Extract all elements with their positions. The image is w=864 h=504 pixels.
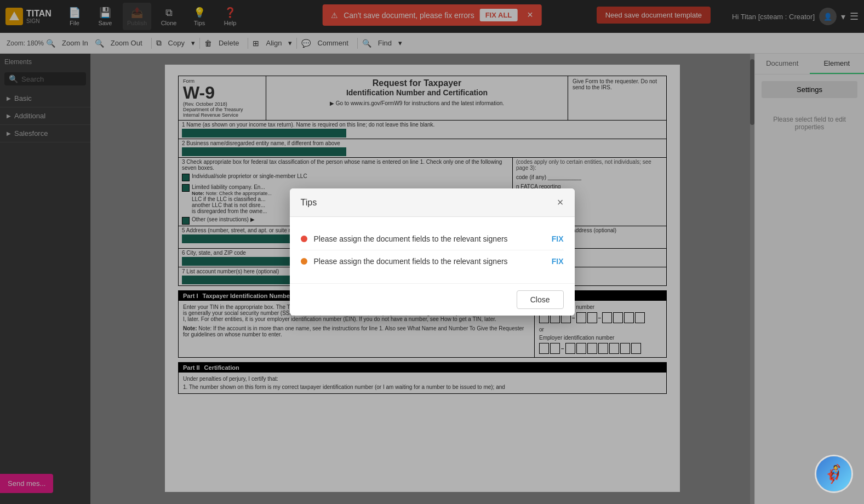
- tips-modal: Tips × Please assign the document fields…: [290, 188, 575, 316]
- tip-text-1: Please assign the document fields to the…: [314, 234, 545, 243]
- modal-title: Tips: [301, 198, 317, 208]
- modal-body: Please assign the document fields to the…: [290, 217, 575, 283]
- tip-row-1: Please assign the document fields to the…: [301, 228, 564, 250]
- modal-footer: Close: [290, 283, 575, 316]
- tip-dot-red: [301, 236, 307, 242]
- tip-row-2: Please assign the document fields to the…: [301, 250, 564, 272]
- tip-fix-button-1[interactable]: FIX: [552, 234, 564, 243]
- modal-header: Tips ×: [290, 188, 575, 217]
- close-modal-button[interactable]: Close: [517, 290, 564, 309]
- tip-dot-orange: [301, 258, 307, 265]
- tip-fix-button-2[interactable]: FIX: [552, 257, 564, 266]
- modal-overlay[interactable]: Tips × Please assign the document fields…: [0, 0, 864, 504]
- modal-close-button[interactable]: ×: [557, 196, 564, 209]
- chat-bubble[interactable]: 🦸: [815, 455, 853, 493]
- chat-icon: 🦸: [816, 456, 851, 491]
- tip-text-2: Please assign the document fields to the…: [314, 257, 545, 266]
